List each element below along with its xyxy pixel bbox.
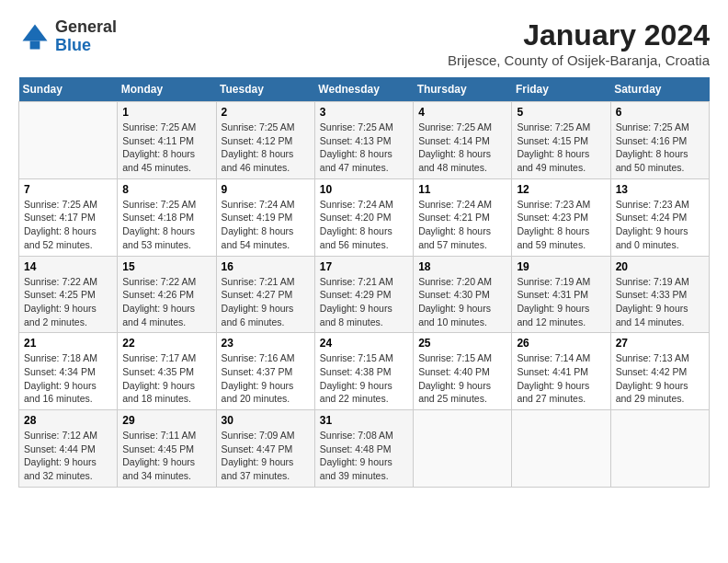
calendar-title: January 2024 xyxy=(448,18,710,52)
calendar-cell xyxy=(414,410,512,488)
day-info: Sunrise: 7:11 AMSunset: 4:45 PMDaylight:… xyxy=(122,429,210,483)
day-info: Sunrise: 7:24 AMSunset: 4:20 PMDaylight:… xyxy=(320,198,408,252)
day-info: Sunrise: 7:22 AMSunset: 4:26 PMDaylight:… xyxy=(122,275,210,329)
day-info: Sunrise: 7:25 AMSunset: 4:16 PMDaylight:… xyxy=(616,121,704,175)
day-number: 11 xyxy=(418,183,506,196)
day-number: 15 xyxy=(122,260,210,273)
calendar-cell xyxy=(610,410,709,488)
day-info: Sunrise: 7:21 AMSunset: 4:29 PMDaylight:… xyxy=(320,275,408,329)
day-number: 10 xyxy=(320,183,408,196)
day-info: Sunrise: 7:18 AMSunset: 4:34 PMDaylight:… xyxy=(24,351,112,406)
day-info: Sunrise: 7:15 AMSunset: 4:38 PMDaylight:… xyxy=(320,351,408,406)
day-info: Sunrise: 7:21 AMSunset: 4:27 PMDaylight:… xyxy=(222,275,310,329)
day-number: 25 xyxy=(418,337,506,350)
calendar-cell: 2Sunrise: 7:25 AMSunset: 4:12 PMDaylight… xyxy=(216,102,314,179)
calendar-subtitle: Brijesce, County of Osijek-Baranja, Croa… xyxy=(448,52,710,68)
day-number: 13 xyxy=(616,183,704,196)
svg-rect-1 xyxy=(30,40,40,49)
svg-marker-0 xyxy=(23,24,48,40)
day-number: 21 xyxy=(24,337,112,350)
calendar-table: SundayMondayTuesdayWednesdayThursdayFrid… xyxy=(18,77,710,488)
calendar-week-row: 14Sunrise: 7:22 AMSunset: 4:25 PMDayligh… xyxy=(19,256,710,333)
calendar-cell: 14Sunrise: 7:22 AMSunset: 4:25 PMDayligh… xyxy=(19,256,118,333)
day-number: 5 xyxy=(517,106,605,119)
day-number: 9 xyxy=(222,183,310,196)
weekday-header-thursday: Thursday xyxy=(414,77,512,102)
weekday-header-tuesday: Tuesday xyxy=(216,77,314,102)
day-number: 16 xyxy=(222,260,310,273)
day-info: Sunrise: 7:24 AMSunset: 4:19 PMDaylight:… xyxy=(222,198,310,252)
day-info: Sunrise: 7:08 AMSunset: 4:48 PMDaylight:… xyxy=(320,429,408,483)
calendar-week-row: 1Sunrise: 7:25 AMSunset: 4:11 PMDaylight… xyxy=(19,102,710,179)
weekday-header-sunday: Sunday xyxy=(19,77,118,102)
day-number: 12 xyxy=(517,183,605,196)
calendar-cell: 21Sunrise: 7:18 AMSunset: 4:34 PMDayligh… xyxy=(19,333,118,410)
day-number: 4 xyxy=(418,106,506,119)
calendar-cell: 20Sunrise: 7:19 AMSunset: 4:33 PMDayligh… xyxy=(610,256,709,333)
day-info: Sunrise: 7:25 AMSunset: 4:11 PMDaylight:… xyxy=(122,121,210,175)
logo-icon xyxy=(18,20,51,53)
calendar-cell: 5Sunrise: 7:25 AMSunset: 4:15 PMDaylight… xyxy=(512,102,610,179)
calendar-cell: 8Sunrise: 7:25 AMSunset: 4:18 PMDaylight… xyxy=(118,178,216,256)
day-number: 6 xyxy=(616,106,704,119)
day-info: Sunrise: 7:25 AMSunset: 4:12 PMDaylight:… xyxy=(222,121,310,175)
calendar-cell: 12Sunrise: 7:23 AMSunset: 4:23 PMDayligh… xyxy=(512,178,610,256)
calendar-cell: 31Sunrise: 7:08 AMSunset: 4:48 PMDayligh… xyxy=(314,410,413,488)
day-number: 28 xyxy=(24,414,112,427)
day-info: Sunrise: 7:25 AMSunset: 4:18 PMDaylight:… xyxy=(122,198,210,252)
weekday-header-row: SundayMondayTuesdayWednesdayThursdayFrid… xyxy=(19,77,710,102)
weekday-header-wednesday: Wednesday xyxy=(314,77,413,102)
calendar-cell: 19Sunrise: 7:19 AMSunset: 4:31 PMDayligh… xyxy=(512,256,610,333)
day-info: Sunrise: 7:25 AMSunset: 4:17 PMDaylight:… xyxy=(24,198,112,252)
day-number: 19 xyxy=(517,260,605,273)
logo-blue: Blue xyxy=(55,36,91,54)
day-info: Sunrise: 7:16 AMSunset: 4:37 PMDaylight:… xyxy=(222,351,310,406)
calendar-cell: 28Sunrise: 7:12 AMSunset: 4:44 PMDayligh… xyxy=(19,410,118,488)
day-number: 1 xyxy=(122,106,210,119)
day-number: 8 xyxy=(122,183,210,196)
day-number: 30 xyxy=(222,414,310,427)
day-info: Sunrise: 7:25 AMSunset: 4:13 PMDaylight:… xyxy=(320,121,408,175)
day-info: Sunrise: 7:19 AMSunset: 4:31 PMDaylight:… xyxy=(517,275,605,329)
calendar-cell: 11Sunrise: 7:24 AMSunset: 4:21 PMDayligh… xyxy=(414,178,512,256)
day-number: 14 xyxy=(24,260,112,273)
day-number: 2 xyxy=(222,106,310,119)
calendar-cell: 6Sunrise: 7:25 AMSunset: 4:16 PMDaylight… xyxy=(610,102,709,179)
day-number: 20 xyxy=(616,260,704,273)
day-info: Sunrise: 7:23 AMSunset: 4:23 PMDaylight:… xyxy=(517,198,605,252)
calendar-cell: 13Sunrise: 7:23 AMSunset: 4:24 PMDayligh… xyxy=(610,178,709,256)
calendar-week-row: 28Sunrise: 7:12 AMSunset: 4:44 PMDayligh… xyxy=(19,410,710,488)
calendar-week-row: 21Sunrise: 7:18 AMSunset: 4:34 PMDayligh… xyxy=(19,333,710,410)
day-info: Sunrise: 7:23 AMSunset: 4:24 PMDaylight:… xyxy=(616,198,704,252)
calendar-cell xyxy=(512,410,610,488)
calendar-cell: 4Sunrise: 7:25 AMSunset: 4:14 PMDaylight… xyxy=(414,102,512,179)
day-number: 23 xyxy=(222,337,310,350)
calendar-cell: 29Sunrise: 7:11 AMSunset: 4:45 PMDayligh… xyxy=(118,410,216,488)
day-info: Sunrise: 7:24 AMSunset: 4:21 PMDaylight:… xyxy=(418,198,506,252)
page-header: General Blue January 2024 Brijesce, Coun… xyxy=(18,18,710,68)
day-number: 27 xyxy=(616,337,704,350)
calendar-cell: 9Sunrise: 7:24 AMSunset: 4:19 PMDaylight… xyxy=(216,178,314,256)
day-number: 22 xyxy=(122,337,210,350)
day-info: Sunrise: 7:25 AMSunset: 4:15 PMDaylight:… xyxy=(517,121,605,175)
calendar-cell: 18Sunrise: 7:20 AMSunset: 4:30 PMDayligh… xyxy=(414,256,512,333)
title-block: January 2024 Brijesce, County of Osijek-… xyxy=(448,18,710,68)
weekday-header-saturday: Saturday xyxy=(610,77,709,102)
calendar-cell: 15Sunrise: 7:22 AMSunset: 4:26 PMDayligh… xyxy=(118,256,216,333)
day-number: 17 xyxy=(320,260,408,273)
day-number: 26 xyxy=(517,337,605,350)
logo: General Blue xyxy=(18,18,117,55)
logo-general: General xyxy=(55,17,117,36)
day-info: Sunrise: 7:13 AMSunset: 4:42 PMDaylight:… xyxy=(616,351,704,406)
calendar-cell: 27Sunrise: 7:13 AMSunset: 4:42 PMDayligh… xyxy=(610,333,709,410)
weekday-header-monday: Monday xyxy=(118,77,216,102)
day-info: Sunrise: 7:25 AMSunset: 4:14 PMDaylight:… xyxy=(418,121,506,175)
calendar-cell: 7Sunrise: 7:25 AMSunset: 4:17 PMDaylight… xyxy=(19,178,118,256)
calendar-cell: 25Sunrise: 7:15 AMSunset: 4:40 PMDayligh… xyxy=(414,333,512,410)
logo-text: General Blue xyxy=(55,18,117,55)
calendar-cell: 22Sunrise: 7:17 AMSunset: 4:35 PMDayligh… xyxy=(118,333,216,410)
day-number: 29 xyxy=(122,414,210,427)
calendar-cell: 30Sunrise: 7:09 AMSunset: 4:47 PMDayligh… xyxy=(216,410,314,488)
day-number: 18 xyxy=(418,260,506,273)
day-info: Sunrise: 7:12 AMSunset: 4:44 PMDaylight:… xyxy=(24,429,112,483)
